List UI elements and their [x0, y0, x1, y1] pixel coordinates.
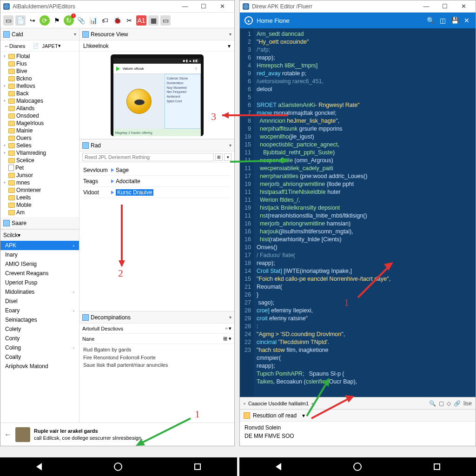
nav-recent-icon[interactable] — [194, 463, 201, 470]
avatar[interactable] — [15, 427, 30, 442]
tree-item[interactable]: +Selies — [0, 142, 79, 149]
home-icon[interactable]: ▸ — [245, 16, 253, 25]
tool-book-icon[interactable]: ▭ — [160, 15, 171, 26]
code-editor[interactable]: 1236496656789191511111117191111191116161… — [240, 28, 476, 397]
tree-item[interactable]: Ouers — [0, 134, 79, 142]
rad-icon — [82, 142, 89, 149]
tool-open-icon[interactable]: 📄 — [15, 15, 26, 26]
sidebar-item[interactable]: Colety — [0, 324, 79, 334]
phone-statusbar: ◆ ▮ ▲ ▮ ◧ — [113, 58, 201, 64]
save-icon[interactable]: 💾 — [450, 17, 459, 24]
close-tab-icon[interactable]: ✕ — [463, 17, 471, 24]
maximize-button[interactable]: ☐ — [194, 1, 213, 12]
search-icon[interactable]: 🔍 — [426, 17, 435, 24]
maximize-button[interactable]: ☐ — [436, 1, 454, 12]
tree-item[interactable]: Junsor — [0, 172, 79, 179]
tool-flag-icon[interactable]: ⚑ — [52, 15, 62, 26]
minimize-button[interactable]: — — [417, 1, 436, 12]
sidebar-item[interactable]: Midolinaties› — [0, 287, 79, 297]
nav-back-icon[interactable] — [276, 463, 281, 470]
sb-link-icon[interactable]: 🔗 — [454, 400, 461, 407]
tree-item[interactable]: Onsdoed — [0, 112, 79, 119]
sidebar-item[interactable]: AMIO ISenig — [0, 259, 79, 269]
sidebar-item[interactable]: Eoary› — [0, 306, 79, 315]
project-tree[interactable]: +FlotalFiusBiveBckno+IhellovsBack+Maloca… — [0, 52, 79, 217]
tree-item[interactable]: Bckno — [0, 75, 79, 82]
tool-cut-icon[interactable]: ✂ — [124, 15, 134, 26]
tab-dianes[interactable]: ← Dianes — [0, 40, 29, 51]
rad-search-opt2[interactable]: ▾ — [224, 153, 231, 161]
tree-item[interactable]: +mnes — [0, 179, 79, 186]
nav-back-icon[interactable] — [36, 463, 42, 470]
tool-tag-icon[interactable]: 🏷 — [100, 15, 110, 26]
sidebar-item[interactable]: Seiniactages — [0, 315, 79, 324]
tool-a1-icon[interactable]: A1 — [136, 15, 146, 26]
tree-item[interactable]: Scelice — [0, 157, 79, 164]
nav-home-icon[interactable] — [353, 463, 362, 471]
tool-sync-icon[interactable]: ↻! — [64, 15, 74, 26]
sidebar-item[interactable]: Inary — [0, 250, 79, 259]
nav-recent-icon[interactable] — [434, 463, 440, 470]
result-panel: Resuttion olf read ▾ Ronvdd Solein DE MM… — [240, 409, 476, 446]
sidebar-item[interactable]: Ariiphovk Matond — [0, 362, 79, 371]
back-icon[interactable]: ← — [4, 430, 12, 439]
code-body[interactable]: Arn_sedt danncad"Hy_oett oxcouinde"/*afp… — [254, 28, 476, 397]
footer-title: Ruple vair ler arakel gards — [34, 428, 143, 434]
cald-header[interactable]: Cald ▾ — [0, 28, 79, 40]
chevron-down-icon[interactable]: ▾ — [74, 32, 76, 37]
sb-box-icon[interactable]: ▢ — [439, 400, 444, 407]
tree-item[interactable]: Mainie — [0, 127, 79, 134]
tool-clip-icon[interactable]: 📎 — [76, 15, 86, 26]
sidebar-item[interactable]: Crevent Reagans — [0, 269, 79, 278]
rad-search-input[interactable] — [82, 153, 214, 161]
minimize-button[interactable]: — — [176, 1, 194, 12]
saare-header[interactable]: Saare — [0, 217, 79, 229]
left-sidebar: Cald ▾ ← Dianes 📄 JAPET ▾ +FlotalFiusBiv… — [0, 28, 79, 423]
tree-item[interactable]: Moble — [0, 201, 79, 209]
tool-chart-icon[interactable]: 📊 — [88, 15, 98, 26]
tool-new-icon[interactable]: ▭ — [3, 15, 13, 26]
tree-item[interactable]: Back — [0, 90, 79, 97]
tree-item[interactable]: Leeils — [0, 194, 79, 201]
sidebar-item[interactable]: APK› — [0, 241, 79, 250]
tree-item[interactable]: +VIlamreding — [0, 149, 79, 157]
tree-item[interactable]: MageIrlous — [0, 119, 79, 127]
close-button[interactable]: ✕ — [213, 1, 231, 12]
tree-item[interactable]: Allands — [0, 105, 79, 112]
rad-search-opt1[interactable]: ⊞ — [215, 153, 223, 161]
sb-search-icon[interactable]: 🔍 — [429, 400, 436, 407]
tab-japet[interactable]: 📄 JAPET ▾ — [29, 40, 64, 51]
home-label: Home Flone — [257, 17, 290, 24]
saare-icon — [3, 220, 10, 226]
tool-export-icon[interactable]: ↪ — [27, 15, 38, 26]
rad-row[interactable]: TeagsAdocitalte — [83, 176, 231, 187]
tool-grid-icon[interactable]: ▦ — [148, 15, 159, 26]
sb-diamond-icon[interactable]: ◇ — [447, 400, 451, 407]
rad-row[interactable]: VidootKursc Draulve — [83, 187, 231, 198]
sclick-header[interactable]: Scilck▾ — [0, 230, 79, 241]
tree-item[interactable]: Pet — [0, 164, 79, 172]
sidebar-item[interactable]: Coalty — [0, 352, 79, 362]
rad-header[interactable]: Rad ▾ — [79, 139, 234, 152]
sidebar-item[interactable]: Coling› — [0, 343, 79, 352]
decomp-header[interactable]: Decompinations ▾ — [79, 311, 234, 324]
panel-icon[interactable]: ◫ — [438, 17, 447, 24]
sidebar-item[interactable]: Conty — [0, 334, 79, 343]
sidebar-item[interactable]: Disel — [0, 297, 79, 306]
tree-item[interactable]: Am — [0, 209, 79, 216]
tree-item[interactable]: Fius — [0, 60, 79, 67]
tree-item[interactable]: +Malocages — [0, 97, 79, 105]
nav-home-icon[interactable] — [114, 463, 122, 471]
tree-item[interactable]: Bive — [0, 67, 79, 75]
sidebar-item[interactable]: Uperiot Pusp — [0, 278, 79, 287]
tool-refresh-icon[interactable]: ⟳ — [40, 15, 50, 26]
rad-row[interactable]: SevvloumSage — [83, 165, 231, 176]
tree-item[interactable]: Omntener — [0, 186, 79, 194]
tree-item[interactable]: +Flotal — [0, 53, 79, 60]
resource-view-header[interactable]: Resource View ▾ — [79, 28, 234, 40]
close-button[interactable]: ✕ — [454, 1, 473, 12]
tree-item[interactable]: +Ihellovs — [0, 82, 79, 90]
result-header[interactable]: Resuttion olf read ▾ — [240, 410, 476, 422]
tool-bug-icon[interactable]: 🐞 — [112, 15, 122, 26]
android-nav-right — [239, 457, 476, 476]
